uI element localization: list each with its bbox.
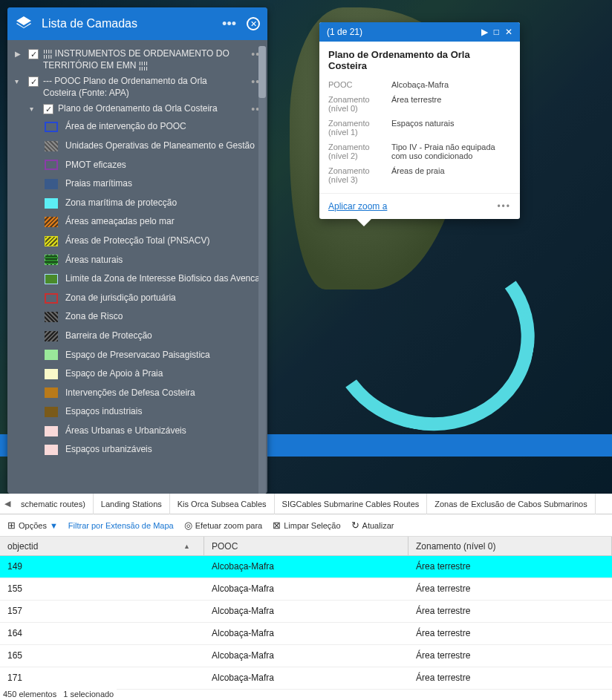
legend-label: Unidades Operativas de Planeamento e Ges…	[65, 140, 255, 152]
attribute-tab[interactable]: SIGCables Submarine Cables Routes	[275, 494, 428, 514]
legend-swatch	[45, 198, 58, 209]
next-feature-icon[interactable]: ▶	[481, 27, 488, 37]
legend-item[interactable]: Unidades Operativas de Planeamento e Ges…	[45, 137, 264, 156]
table-row[interactable]: 171Alcobaça-MafraÁrea terrestre	[0, 667, 612, 690]
legend-swatch	[45, 426, 58, 436]
cell-objectid: 155	[0, 578, 204, 600]
attribute-toolbar: ⊞ Opções ▼ Filtrar por Extensão de Mapa …	[0, 514, 612, 537]
tabs-scroll-left-icon[interactable]: ◀	[1, 499, 13, 508]
table-row[interactable]: 157Alcobaça-MafraÁrea terrestre	[0, 601, 612, 623]
collapse-arrow-icon[interactable]: ▾	[30, 105, 39, 113]
column-label: objectid	[7, 541, 38, 552]
attribute-tab[interactable]: Landing Stations	[94, 494, 170, 514]
attribute-tab[interactable]: Kis Orca Subsea Cables	[170, 494, 275, 514]
cell-objectid: 157	[0, 601, 204, 622]
scrollbar-thumb[interactable]	[258, 46, 266, 98]
legend-item[interactable]: PMOT eficazes	[45, 156, 264, 175]
popup-attr-key: POOC	[328, 80, 384, 89]
scrollbar-track[interactable]	[258, 46, 266, 494]
close-icon[interactable]: ✕	[247, 17, 260, 30]
zoom-to-button[interactable]: ◎ Efetuar zoom para	[184, 520, 263, 531]
clear-label: Limpar Seleção	[284, 521, 340, 530]
legend-item[interactable]: Zona de Risco	[45, 307, 264, 327]
table-row[interactable]: 165Alcobaça-MafraÁrea terrestre	[0, 645, 612, 667]
maximize-icon[interactable]: □	[494, 27, 499, 37]
legend-swatch	[45, 236, 58, 246]
legend-label: Zona marítima de protecção	[65, 197, 177, 209]
attribute-tab[interactable]: Zonas de Exclusão de Cabos Submarinos	[427, 494, 595, 514]
legend-swatch	[45, 387, 58, 398]
grid-header-row: objectid ▲ POOC Zonamento (nível 0)	[0, 537, 612, 556]
options-label: Opções	[19, 521, 47, 530]
legend-item[interactable]: Espaço de Apoio à Praia	[45, 364, 264, 384]
cell-zonamento: Área terrestre	[408, 601, 612, 622]
table-row[interactable]: 155Alcobaça-MafraÁrea terrestre	[0, 578, 612, 601]
legend-swatch	[45, 179, 58, 189]
grid-body: 149Alcobaça-MafraÁrea terrestre155Alcoba…	[0, 556, 612, 690]
legend-item[interactable]: Espaços industriais	[45, 402, 264, 422]
legend-item[interactable]: Barreira de Protecção	[45, 327, 264, 346]
legend-item[interactable]: Zona de jurisdição portuária	[45, 289, 264, 308]
legend-item[interactable]: Intervenções de Defesa Costeira	[45, 384, 264, 403]
layer-label: Plano de Ordenamento da Orla Costeira	[58, 103, 247, 115]
legend-swatch	[45, 293, 58, 304]
layers-icon	[15, 15, 33, 33]
legend-item[interactable]: Espaço de Preservacao Paisagistica	[45, 346, 264, 365]
legend-swatch	[45, 255, 58, 265]
legend-item[interactable]: Áreas de Protecção Total (PNSACV)	[45, 232, 264, 251]
legend-label: Intervenções de Defesa Costeira	[65, 387, 195, 399]
layer-label: ¦¦¦¦ INSTRUMENTOS DE ORDENAMENTO DO TERR…	[43, 48, 247, 71]
column-header-zonamento[interactable]: Zonamento (nível 0)	[408, 537, 612, 555]
attribute-table-panel: ◀ schematic routes)Landing StationsKis O…	[0, 494, 612, 700]
table-row[interactable]: 164Alcobaça-MafraÁrea terrestre	[0, 623, 612, 645]
cell-pooc: Alcobaça-Mafra	[204, 601, 408, 622]
legend-swatch	[45, 350, 58, 360]
legend-item[interactable]: Áreas ameaçadas pelo mar	[45, 212, 264, 232]
clear-selection-button[interactable]: ⊠ Limpar Seleção	[273, 520, 340, 531]
legend-item[interactable]: Praias marítimas	[45, 174, 264, 194]
layer-checkbox[interactable]: ✓	[28, 76, 39, 87]
column-header-pooc[interactable]: POOC	[204, 537, 408, 555]
table-row[interactable]: 149Alcobaça-MafraÁrea terrestre	[0, 556, 612, 578]
popup-attr-value: Tipo IV - Praia não equipada com uso con…	[391, 143, 511, 160]
filter-by-extent-button[interactable]: Filtrar por Extensão de Mapa	[68, 521, 174, 530]
layer-checkbox[interactable]: ✓	[43, 104, 53, 114]
legend-swatch	[45, 445, 58, 455]
expand-arrow-icon[interactable]: ▶	[15, 50, 24, 58]
legend-item[interactable]: Área de intervenção do POOC	[45, 117, 264, 137]
options-button[interactable]: ⊞ Opções ▼	[7, 520, 58, 531]
cell-pooc: Alcobaça-Mafra	[204, 667, 408, 689]
layer-menu-icon[interactable]: •••	[221, 15, 238, 33]
legend-list: Área de intervenção do POOCUnidades Oper…	[13, 117, 264, 459]
attribute-tab[interactable]: schematic routes)	[13, 494, 94, 514]
popup-attr-value: Áreas de praia	[391, 166, 511, 184]
layer-label: --- POOC Plano de Ordenamento da Orla Co…	[43, 76, 247, 99]
legend-item[interactable]: Zona marítima de protecção	[45, 194, 264, 213]
layer-list-panel: Lista de Camadas ••• ✕ ▶ ✓ ¦¦¦¦ INSTRUME…	[7, 7, 267, 494]
legend-item[interactable]: Áreas Urbanas e Urbanizáveis	[45, 422, 264, 441]
legend-item[interactable]: Espaços urbanizáveis	[45, 440, 264, 459]
cell-zonamento: Área terrestre	[408, 556, 612, 578]
popup-attribute-row: Zonamento (nível 0)Área terrestre	[319, 92, 520, 116]
layer-checkbox[interactable]: ✓	[28, 49, 39, 59]
popup-more-icon[interactable]: •••	[497, 201, 511, 212]
legend-label: Espaço de Preservacao Paisagistica	[65, 350, 210, 362]
cell-zonamento: Área terrestre	[408, 667, 612, 689]
legend-swatch	[45, 274, 58, 284]
legend-label: Zona de Risco	[65, 311, 123, 323]
legend-label: Barreira de Protecção	[65, 330, 152, 342]
legend-item[interactable]: Limite da Zona de Interesse Biofisico da…	[45, 269, 264, 289]
layer-tree-item[interactable]: ▾ ✓ Plano de Ordenamento da Orla Costeir…	[13, 101, 264, 117]
legend-item[interactable]: Áreas naturais	[45, 251, 264, 270]
popup-attribute-row: Zonamento (nível 1)Espaços naturais	[319, 116, 520, 140]
popup-attr-key: Zonamento (nível 1)	[328, 119, 384, 137]
close-icon[interactable]: ✕	[505, 27, 512, 37]
legend-swatch	[45, 407, 58, 417]
collapse-arrow-icon[interactable]: ▾	[15, 77, 24, 85]
layer-tree-item[interactable]: ▶ ✓ ¦¦¦¦ INSTRUMENTOS DE ORDENAMENTO DO …	[13, 46, 264, 73]
cell-zonamento: Área terrestre	[408, 623, 612, 644]
layer-tree-item[interactable]: ▾ ✓ --- POOC Plano de Ordenamento da Orl…	[13, 73, 264, 101]
column-header-objectid[interactable]: objectid ▲	[0, 537, 204, 555]
zoom-to-link[interactable]: Aplicar zoom a	[328, 201, 497, 212]
refresh-button[interactable]: ↻ Atualizar	[351, 520, 394, 531]
